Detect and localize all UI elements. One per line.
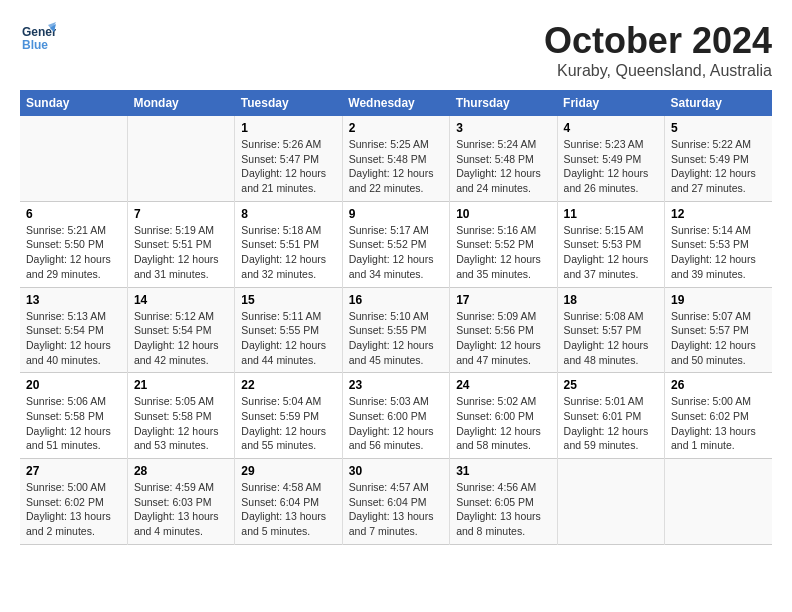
calendar-cell: 2Sunrise: 5:25 AM Sunset: 5:48 PM Daylig… — [342, 116, 449, 201]
day-info: Sunrise: 5:07 AM Sunset: 5:57 PM Dayligh… — [671, 309, 766, 368]
day-info: Sunrise: 5:19 AM Sunset: 5:51 PM Dayligh… — [134, 223, 228, 282]
day-info: Sunrise: 5:12 AM Sunset: 5:54 PM Dayligh… — [134, 309, 228, 368]
day-info: Sunrise: 5:09 AM Sunset: 5:56 PM Dayligh… — [456, 309, 550, 368]
day-number: 14 — [134, 293, 228, 307]
day-number: 16 — [349, 293, 443, 307]
calendar-cell: 24Sunrise: 5:02 AM Sunset: 6:00 PM Dayli… — [450, 373, 557, 459]
day-number: 4 — [564, 121, 658, 135]
weekday-header: Sunday — [20, 90, 127, 116]
weekday-header: Tuesday — [235, 90, 342, 116]
day-number: 12 — [671, 207, 766, 221]
day-number: 30 — [349, 464, 443, 478]
day-info: Sunrise: 5:13 AM Sunset: 5:54 PM Dayligh… — [26, 309, 121, 368]
weekday-header: Saturday — [665, 90, 772, 116]
day-info: Sunrise: 5:06 AM Sunset: 5:58 PM Dayligh… — [26, 394, 121, 453]
calendar-cell: 18Sunrise: 5:08 AM Sunset: 5:57 PM Dayli… — [557, 287, 664, 373]
calendar-week-row: 13Sunrise: 5:13 AM Sunset: 5:54 PM Dayli… — [20, 287, 772, 373]
location: Kuraby, Queensland, Australia — [544, 62, 772, 80]
day-info: Sunrise: 5:21 AM Sunset: 5:50 PM Dayligh… — [26, 223, 121, 282]
day-number: 10 — [456, 207, 550, 221]
calendar-table: SundayMondayTuesdayWednesdayThursdayFrid… — [20, 90, 772, 545]
day-number: 27 — [26, 464, 121, 478]
day-info: Sunrise: 5:16 AM Sunset: 5:52 PM Dayligh… — [456, 223, 550, 282]
day-info: Sunrise: 5:15 AM Sunset: 5:53 PM Dayligh… — [564, 223, 658, 282]
calendar-cell: 12Sunrise: 5:14 AM Sunset: 5:53 PM Dayli… — [665, 201, 772, 287]
calendar-cell: 11Sunrise: 5:15 AM Sunset: 5:53 PM Dayli… — [557, 201, 664, 287]
day-number: 8 — [241, 207, 335, 221]
day-info: Sunrise: 5:03 AM Sunset: 6:00 PM Dayligh… — [349, 394, 443, 453]
weekday-header: Thursday — [450, 90, 557, 116]
calendar-cell: 22Sunrise: 5:04 AM Sunset: 5:59 PM Dayli… — [235, 373, 342, 459]
day-number: 18 — [564, 293, 658, 307]
day-info: Sunrise: 4:57 AM Sunset: 6:04 PM Dayligh… — [349, 480, 443, 539]
calendar-cell: 9Sunrise: 5:17 AM Sunset: 5:52 PM Daylig… — [342, 201, 449, 287]
calendar-cell: 5Sunrise: 5:22 AM Sunset: 5:49 PM Daylig… — [665, 116, 772, 201]
day-info: Sunrise: 4:59 AM Sunset: 6:03 PM Dayligh… — [134, 480, 228, 539]
day-info: Sunrise: 5:04 AM Sunset: 5:59 PM Dayligh… — [241, 394, 335, 453]
day-number: 23 — [349, 378, 443, 392]
day-info: Sunrise: 5:14 AM Sunset: 5:53 PM Dayligh… — [671, 223, 766, 282]
calendar-cell — [20, 116, 127, 201]
day-info: Sunrise: 5:22 AM Sunset: 5:49 PM Dayligh… — [671, 137, 766, 196]
calendar-week-row: 27Sunrise: 5:00 AM Sunset: 6:02 PM Dayli… — [20, 459, 772, 545]
day-info: Sunrise: 5:08 AM Sunset: 5:57 PM Dayligh… — [564, 309, 658, 368]
day-number: 11 — [564, 207, 658, 221]
calendar-cell: 8Sunrise: 5:18 AM Sunset: 5:51 PM Daylig… — [235, 201, 342, 287]
svg-text:Blue: Blue — [22, 38, 48, 52]
calendar-cell: 7Sunrise: 5:19 AM Sunset: 5:51 PM Daylig… — [127, 201, 234, 287]
day-number: 19 — [671, 293, 766, 307]
calendar-cell — [665, 459, 772, 545]
day-number: 1 — [241, 121, 335, 135]
page-header: General Blue October 2024 Kuraby, Queens… — [20, 20, 772, 80]
calendar-cell: 26Sunrise: 5:00 AM Sunset: 6:02 PM Dayli… — [665, 373, 772, 459]
day-number: 9 — [349, 207, 443, 221]
calendar-cell: 29Sunrise: 4:58 AM Sunset: 6:04 PM Dayli… — [235, 459, 342, 545]
day-info: Sunrise: 5:17 AM Sunset: 5:52 PM Dayligh… — [349, 223, 443, 282]
day-info: Sunrise: 5:02 AM Sunset: 6:00 PM Dayligh… — [456, 394, 550, 453]
calendar-cell — [127, 116, 234, 201]
day-info: Sunrise: 5:05 AM Sunset: 5:58 PM Dayligh… — [134, 394, 228, 453]
day-number: 3 — [456, 121, 550, 135]
calendar-cell: 6Sunrise: 5:21 AM Sunset: 5:50 PM Daylig… — [20, 201, 127, 287]
day-info: Sunrise: 5:11 AM Sunset: 5:55 PM Dayligh… — [241, 309, 335, 368]
calendar-cell: 4Sunrise: 5:23 AM Sunset: 5:49 PM Daylig… — [557, 116, 664, 201]
weekday-header: Monday — [127, 90, 234, 116]
calendar-cell: 25Sunrise: 5:01 AM Sunset: 6:01 PM Dayli… — [557, 373, 664, 459]
calendar-cell: 3Sunrise: 5:24 AM Sunset: 5:48 PM Daylig… — [450, 116, 557, 201]
weekday-header-row: SundayMondayTuesdayWednesdayThursdayFrid… — [20, 90, 772, 116]
day-number: 24 — [456, 378, 550, 392]
logo: General Blue — [20, 20, 56, 56]
day-info: Sunrise: 5:24 AM Sunset: 5:48 PM Dayligh… — [456, 137, 550, 196]
title-block: October 2024 Kuraby, Queensland, Austral… — [544, 20, 772, 80]
day-number: 21 — [134, 378, 228, 392]
day-info: Sunrise: 5:01 AM Sunset: 6:01 PM Dayligh… — [564, 394, 658, 453]
day-info: Sunrise: 5:25 AM Sunset: 5:48 PM Dayligh… — [349, 137, 443, 196]
calendar-week-row: 6Sunrise: 5:21 AM Sunset: 5:50 PM Daylig… — [20, 201, 772, 287]
calendar-cell: 23Sunrise: 5:03 AM Sunset: 6:00 PM Dayli… — [342, 373, 449, 459]
day-number: 29 — [241, 464, 335, 478]
day-info: Sunrise: 5:23 AM Sunset: 5:49 PM Dayligh… — [564, 137, 658, 196]
day-number: 28 — [134, 464, 228, 478]
day-number: 6 — [26, 207, 121, 221]
day-info: Sunrise: 5:10 AM Sunset: 5:55 PM Dayligh… — [349, 309, 443, 368]
calendar-cell: 14Sunrise: 5:12 AM Sunset: 5:54 PM Dayli… — [127, 287, 234, 373]
day-number: 26 — [671, 378, 766, 392]
calendar-cell: 28Sunrise: 4:59 AM Sunset: 6:03 PM Dayli… — [127, 459, 234, 545]
calendar-cell: 10Sunrise: 5:16 AM Sunset: 5:52 PM Dayli… — [450, 201, 557, 287]
day-number: 20 — [26, 378, 121, 392]
day-number: 5 — [671, 121, 766, 135]
day-number: 31 — [456, 464, 550, 478]
calendar-cell: 1Sunrise: 5:26 AM Sunset: 5:47 PM Daylig… — [235, 116, 342, 201]
day-number: 25 — [564, 378, 658, 392]
calendar-cell: 21Sunrise: 5:05 AM Sunset: 5:58 PM Dayli… — [127, 373, 234, 459]
day-info: Sunrise: 5:18 AM Sunset: 5:51 PM Dayligh… — [241, 223, 335, 282]
day-info: Sunrise: 4:56 AM Sunset: 6:05 PM Dayligh… — [456, 480, 550, 539]
calendar-cell — [557, 459, 664, 545]
calendar-week-row: 20Sunrise: 5:06 AM Sunset: 5:58 PM Dayli… — [20, 373, 772, 459]
day-info: Sunrise: 5:00 AM Sunset: 6:02 PM Dayligh… — [26, 480, 121, 539]
day-number: 7 — [134, 207, 228, 221]
calendar-week-row: 1Sunrise: 5:26 AM Sunset: 5:47 PM Daylig… — [20, 116, 772, 201]
calendar-cell: 31Sunrise: 4:56 AM Sunset: 6:05 PM Dayli… — [450, 459, 557, 545]
calendar-cell: 16Sunrise: 5:10 AM Sunset: 5:55 PM Dayli… — [342, 287, 449, 373]
day-info: Sunrise: 5:00 AM Sunset: 6:02 PM Dayligh… — [671, 394, 766, 453]
